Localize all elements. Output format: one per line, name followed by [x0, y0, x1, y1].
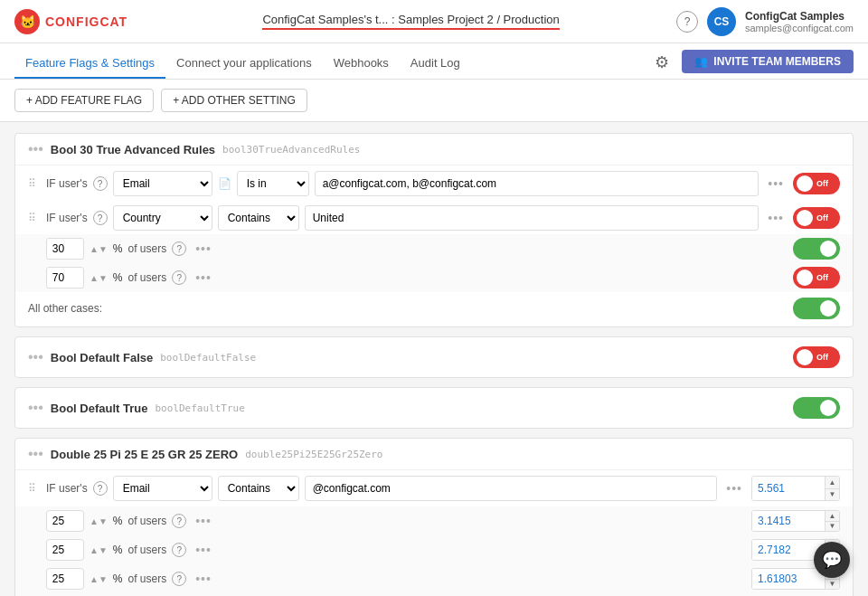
pct-input-4-2[interactable]: [46, 539, 84, 561]
num-input-pct-4-1[interactable]: [752, 511, 825, 531]
pct-stepper-4-1[interactable]: ▲▼: [90, 516, 108, 526]
add-other-setting-button[interactable]: + ADD OTHER SETTING: [161, 89, 307, 112]
tab-audit-log[interactable]: Audit Log: [400, 49, 471, 79]
pct-stepper-4-2[interactable]: ▲▼: [90, 545, 108, 555]
pct-symbol-4-1: %: [113, 515, 123, 527]
pct-menu-btn-4-3[interactable]: •••: [192, 572, 215, 586]
num-up-pct-4-1[interactable]: ▲: [826, 511, 839, 522]
pct-stepper-1-1[interactable]: ▲▼: [90, 244, 108, 254]
num-down-pct-4-1[interactable]: ▼: [826, 522, 839, 532]
flag-drag-icon-4[interactable]: •••: [28, 446, 43, 462]
pct-label-4-3: of users: [127, 572, 166, 585]
num-input-wrap-4-1: ▲ ▼: [751, 476, 840, 501]
rule-menu-btn-1-1[interactable]: •••: [764, 176, 788, 191]
pct-help-4-2[interactable]: ?: [172, 543, 186, 557]
pct-row-4-3: ▲▼ % of users ? ••• ▲ ▼: [15, 564, 853, 593]
flag-drag-icon-2[interactable]: •••: [28, 349, 43, 365]
num-input-wrap-pct-4-1: ▲ ▼: [751, 510, 840, 532]
pct-row-1-1: ▲▼ % of users ? ••• On: [15, 234, 853, 263]
pct-stepper-1-2[interactable]: ▲▼: [90, 273, 108, 283]
rule-menu-btn-1-2[interactable]: •••: [764, 211, 788, 225]
toggle-1-2[interactable]: Off: [793, 207, 840, 229]
value-input-1-1[interactable]: [315, 171, 760, 196]
pct-input-1-2[interactable]: [46, 267, 84, 289]
pct-input-4-3[interactable]: [46, 568, 84, 590]
num-up-4-1[interactable]: ▲: [826, 477, 839, 489]
rule-row-1-1: ⠿ IF user's ? Email 📄 Is in ••• Off: [15, 166, 853, 202]
flag-key-3: boolDefaultTrue: [155, 402, 244, 414]
add-feature-flag-button[interactable]: + ADD FEATURE FLAG: [14, 89, 154, 112]
pct-label-1-2: of users: [127, 271, 166, 284]
toggle-pct-1-2[interactable]: Off: [793, 267, 840, 289]
pct-help-1-2[interactable]: ?: [172, 270, 186, 285]
pct-input-4-1[interactable]: [46, 510, 84, 532]
pct-help-1-1[interactable]: ?: [172, 241, 186, 256]
rule-row-1-2: ⠿ IF user's ? Country Contains ••• Off: [15, 202, 853, 234]
pct-menu-btn-4-2[interactable]: •••: [192, 543, 215, 557]
toggle-flag-2[interactable]: Off: [793, 346, 840, 368]
num-down-4-1[interactable]: ▼: [826, 489, 839, 501]
value-input-4-1[interactable]: [305, 476, 718, 501]
pct-menu-btn-4-1[interactable]: •••: [192, 514, 215, 528]
tab-feature-flags[interactable]: Feature Flags & Settings: [14, 49, 165, 79]
pct-label-1-1: of users: [127, 242, 166, 255]
num-input-pct-4-3[interactable]: [752, 569, 825, 589]
pct-symbol-4-3: %: [113, 572, 123, 585]
toggle-thumb-pct-1-2: [797, 270, 813, 286]
pct-row-4-2: ▲▼ % of users ? ••• ▲ ▼: [15, 535, 853, 564]
pct-stepper-4-3[interactable]: ▲▼: [90, 574, 108, 584]
settings-gear-button[interactable]: ⚙: [649, 50, 675, 75]
num-input-4-1[interactable]: [752, 477, 825, 500]
num-down-pct-4-3[interactable]: ▼: [826, 580, 839, 590]
chat-bubble[interactable]: 💬: [814, 542, 850, 578]
flag-card-2: ••• Bool Default False boolDefaultFalse …: [14, 336, 854, 378]
drag-handle-4-1[interactable]: ⠿: [28, 482, 41, 495]
condition-select-1-1[interactable]: Is in: [237, 171, 309, 196]
if-label-4-1: IF user's: [46, 482, 88, 495]
if-label-1-2: IF user's: [46, 212, 88, 224]
pct-help-4-3[interactable]: ?: [172, 572, 186, 586]
condition-select-1-2[interactable]: Contains: [218, 205, 299, 231]
toggle-label-1-2: Off: [816, 213, 828, 222]
rule-menu-btn-4-1[interactable]: •••: [722, 481, 746, 496]
pct-label-4-2: of users: [127, 544, 166, 556]
flag-name-4: Double 25 Pi 25 E 25 GR 25 ZERO: [51, 448, 238, 461]
invite-label: INVITE TEAM MEMBERS: [713, 55, 841, 68]
flag-header-4: ••• Double 25 Pi 25 E 25 GR 25 ZERO doub…: [15, 439, 853, 470]
user-attr-select-1-1[interactable]: Email: [113, 171, 212, 196]
user-attr-select-4-1[interactable]: Email: [113, 476, 212, 501]
pct-menu-btn-1-2[interactable]: •••: [192, 270, 215, 285]
user-attr-select-1-2[interactable]: Country: [113, 205, 212, 231]
help-circle-1-2[interactable]: ?: [93, 211, 108, 225]
help-circle-4-1[interactable]: ?: [93, 481, 108, 496]
user-email: samples@configcat.com: [745, 23, 854, 33]
flag-drag-icon-3[interactable]: •••: [28, 400, 43, 416]
help-icon[interactable]: ?: [676, 11, 698, 33]
toggle-label-flag-2: Off: [816, 353, 828, 362]
toggle-thumb-1-1: [797, 175, 813, 192]
condition-select-4-1[interactable]: Contains: [218, 476, 299, 501]
toggle-1-1[interactable]: Off: [793, 173, 840, 194]
if-label-1-1: IF user's: [46, 177, 88, 190]
tab-connect-apps[interactable]: Connect your applications: [165, 49, 323, 79]
other-cases-1: All other cases: On: [15, 292, 853, 326]
invite-team-members-button[interactable]: 👥 INVITE TEAM MEMBERS: [682, 50, 854, 73]
drag-handle-1-2[interactable]: ⠿: [28, 212, 41, 224]
tab-webhooks[interactable]: Webhooks: [323, 49, 400, 79]
pct-menu-btn-1-1[interactable]: •••: [192, 241, 215, 256]
flag-drag-icon-1[interactable]: •••: [28, 141, 43, 157]
pct-help-4-1[interactable]: ?: [172, 514, 186, 528]
toggle-pct-1-1[interactable]: On: [793, 238, 840, 260]
pct-input-1-1[interactable]: [46, 238, 84, 260]
num-spinner-4-1[interactable]: ▲ ▼: [825, 477, 839, 500]
help-circle-1-1[interactable]: ?: [93, 176, 108, 191]
toggle-flag-3[interactable]: On: [793, 397, 840, 419]
num-spinner-pct-4-1[interactable]: ▲ ▼: [825, 511, 839, 531]
header-right: ? CS ConfigCat Samples samples@configcat…: [676, 7, 854, 36]
pct-label-4-1: of users: [127, 515, 166, 527]
drag-handle-1-1[interactable]: ⠿: [28, 177, 41, 190]
chat-icon: 💬: [822, 550, 842, 570]
value-input-1-2[interactable]: [305, 205, 760, 231]
flag-card-4: ••• Double 25 Pi 25 E 25 GR 25 ZERO doub…: [14, 438, 854, 596]
toggle-other-1[interactable]: On: [793, 298, 840, 319]
